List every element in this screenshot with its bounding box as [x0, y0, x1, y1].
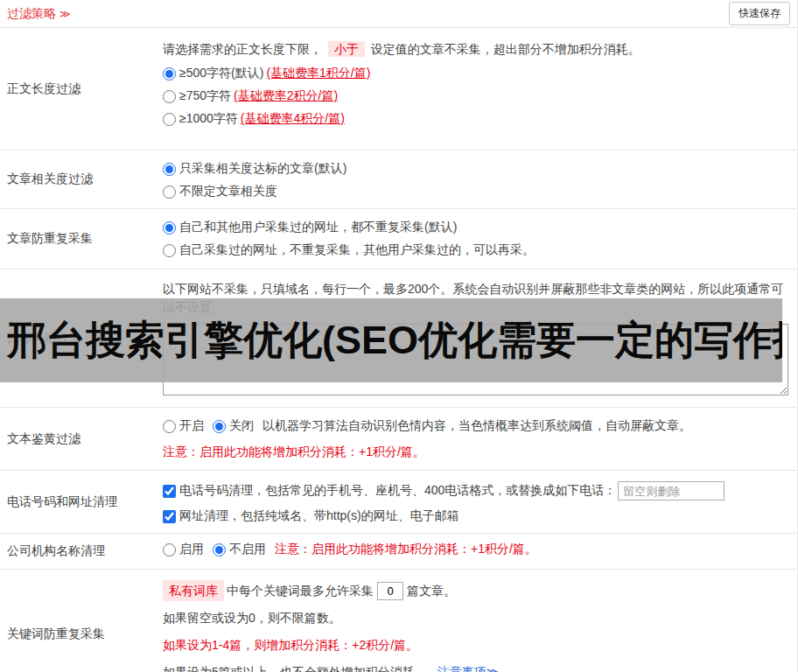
length-option-1000[interactable]: ≥1000字符 (基础费率4积分/篇) — [163, 111, 788, 127]
keyword-note-five: 如果设为5篇或以上，也不会额外增加积分消耗。 注意事项≫ — [163, 663, 788, 672]
porn-off-radio[interactable] — [213, 420, 226, 433]
page-title-group: 过滤策略 ≫ — [7, 6, 71, 22]
row-keyword-dedup: 关键词防重复采集 私有词库 中每个关键词最多允许采集 篇文章。 如果留空或设为0… — [0, 569, 797, 672]
company-on-radio[interactable] — [163, 543, 176, 556]
quick-save-button[interactable]: 快速保存 — [729, 2, 790, 25]
replacement-phone-input[interactable] — [618, 481, 724, 500]
relevance-filter-label: 文章相关度过滤 — [0, 150, 156, 208]
less-than-highlight: 小于 — [328, 41, 365, 57]
collapse-chevron-icon[interactable]: ≫ — [60, 8, 71, 20]
option-label: 开启 — [179, 418, 204, 434]
company-clean-content: 启用 不启用 注意：启用此功能将增加积分消耗：+1积分/篇。 — [156, 534, 797, 569]
dedup-self-radio[interactable] — [163, 244, 176, 257]
length-filter-label: 正文长度过滤 — [0, 28, 156, 150]
length-filter-content: 请选择需求的正文长度下限， 小于 设定值的文章不采集，超出部分不增加积分消耗。 … — [156, 28, 797, 150]
intro-text-post: 设定值的文章不采集，超出部分不增加积分消耗。 — [371, 42, 640, 56]
keyword-note-zero: 如果留空或设为0，则不限篇数。 — [163, 609, 788, 627]
phone-clean-option[interactable]: 电话号码清理，包括常见的手机号、座机号、400电话格式，或替换成如下电话： — [163, 483, 616, 499]
relevance-option-strict[interactable]: 只采集相关度达标的文章(默认) — [163, 161, 788, 177]
private-lexicon-highlight: 私有词库 — [163, 580, 224, 601]
company-clean-label: 公司机构名称清理 — [0, 534, 156, 569]
keyword-dedup-label: 关键词防重复采集 — [0, 570, 156, 672]
row-company-clean: 公司机构名称清理 启用 不启用 注意：启用此功能将增加积分消耗：+1积分/篇。 — [0, 534, 797, 569]
phone-url-clean-label: 电话号码和网址清理 — [0, 471, 156, 533]
relevance-option-any[interactable]: 不限定文章相关度 — [163, 184, 788, 200]
porn-filter-label: 文本鉴黄过滤 — [0, 408, 156, 470]
option-label: 不启用 — [229, 542, 266, 557]
option-label: 自己采集过的网址，不重复采集，其他用户采集过的，可以再采。 — [179, 242, 535, 258]
option-label: 启用 — [179, 542, 204, 557]
keyword-dedup-content: 私有词库 中每个关键词最多允许采集 篇文章。 如果留空或设为0，则不限篇数。 如… — [156, 570, 797, 672]
length-1000-radio[interactable] — [163, 113, 176, 126]
keyword-max-count-input[interactable] — [377, 582, 403, 600]
watermark-overlay: 邢台搜索引擎优化(SEO优化需要一定的写作技 — [0, 298, 782, 382]
porn-filter-desc: 以机器学习算法自动识别色情内容，当色情概率达到系统阈值，自动屏蔽文章。 — [262, 418, 691, 434]
option-label: 只采集相关度达标的文章(默认) — [179, 161, 346, 177]
page-title: 过滤策略 — [7, 6, 56, 22]
company-clean-on-option[interactable]: 启用 — [163, 542, 204, 557]
watermark-text: 邢台搜索引擎优化(SEO优化需要一定的写作技 — [0, 314, 782, 367]
dedup-option-all[interactable]: 自己和其他用户采集过的网址，都不重复采集(默认) — [163, 220, 788, 235]
length-750-radio[interactable] — [163, 90, 176, 103]
porn-option-on[interactable]: 开启 — [163, 418, 204, 434]
url-clean-checkbox[interactable] — [163, 510, 176, 523]
row-phone-url-clean: 电话号码和网址清理 电话号码清理，包括常见的手机号、座机号、400电话格式，或替… — [0, 471, 797, 534]
row-porn-filter: 文本鉴黄过滤 开启 关闭 以机器学习算法自动识别色情内容，当色情概率达到系统阈值… — [0, 408, 797, 471]
topbar: 过滤策略 ≫ 快速保存 — [0, 0, 797, 28]
porn-on-radio[interactable] — [163, 420, 176, 433]
option-fee-note: (基础费率4积分/篇) — [241, 111, 345, 127]
dedup-filter-content: 自己和其他用户采集过的网址，都不重复采集(默认) 自己采集过的网址，不重复采集，… — [156, 209, 797, 269]
row-relevance-filter: 文章相关度过滤 只采集相关度达标的文章(默认) 不限定文章相关度 — [0, 150, 797, 209]
dedup-option-self[interactable]: 自己采集过的网址，不重复采集，其他用户采集过的，可以再采。 — [163, 242, 788, 258]
option-label: 网址清理，包括纯域名、带http(s)的网址、电子邮箱 — [179, 508, 459, 524]
relevance-strict-radio[interactable] — [163, 163, 176, 176]
length-500-radio[interactable] — [163, 67, 176, 80]
url-clean-option[interactable]: 网址清理，包括纯域名、带http(s)的网址、电子邮箱 — [163, 508, 459, 524]
dedup-all-radio[interactable] — [163, 221, 176, 234]
keyword-limit-text-post: 篇文章。 — [407, 581, 456, 600]
phone-clean-checkbox[interactable] — [163, 485, 176, 498]
porn-filter-content: 开启 关闭 以机器学习算法自动识别色情内容，当色情概率达到系统阈值，自动屏蔽文章… — [156, 408, 797, 470]
keyword-limit-text: 中每个关键词最多允许采集 — [227, 581, 374, 600]
porn-filter-fee-note: 注意：启用此功能将增加积分消耗：+1积分/篇。 — [163, 444, 788, 460]
relevance-any-radio[interactable] — [163, 186, 176, 199]
company-clean-off-option[interactable]: 不启用 — [213, 542, 266, 557]
option-fee-note: (基础费率1积分/篇) — [266, 66, 370, 81]
porn-option-off[interactable]: 关闭 — [213, 418, 254, 434]
length-option-500[interactable]: ≥500字符(默认) (基础费率1积分/篇) — [163, 66, 788, 81]
phone-url-clean-content: 电话号码清理，包括常见的手机号、座机号、400电话格式，或替换成如下电话： 网址… — [156, 471, 797, 533]
option-label: 电话号码清理，包括常见的手机号、座机号、400电话格式，或替换成如下电话： — [179, 483, 616, 499]
option-label: ≥1000字符 — [179, 111, 238, 127]
company-off-radio[interactable] — [213, 543, 226, 556]
dedup-filter-label: 文章防重复采集 — [0, 209, 156, 269]
option-label: 不限定文章相关度 — [179, 184, 277, 200]
option-label: 自己和其他用户采集过的网址，都不重复采集(默认) — [179, 220, 457, 235]
notice-link[interactable]: 注意事项≫ — [438, 665, 500, 672]
intro-text-pre: 请选择需求的正文长度下限， — [163, 42, 322, 56]
company-clean-fee-note: 注意：启用此功能将增加积分消耗：+1积分/篇。 — [275, 542, 537, 557]
length-option-750[interactable]: ≥750字符 (基础费率2积分/篇) — [163, 88, 788, 104]
row-length-filter: 正文长度过滤 请选择需求的正文长度下限， 小于 设定值的文章不采集，超出部分不增… — [0, 28, 797, 150]
relevance-filter-content: 只采集相关度达标的文章(默认) 不限定文章相关度 — [156, 150, 797, 208]
option-label: ≥750字符 — [179, 88, 231, 104]
keyword-limit-line: 私有词库 中每个关键词最多允许采集 篇文章。 — [163, 580, 788, 601]
row-dedup-filter: 文章防重复采集 自己和其他用户采集过的网址，都不重复采集(默认) 自己采集过的网… — [0, 209, 797, 270]
keyword-note-five-text: 如果设为5篇或以上，也不会额外增加积分消耗。 — [163, 665, 427, 672]
keyword-note-fee: 如果设为1-4篇，则增加积分消耗：+2积分/篇。 — [163, 636, 788, 654]
option-label: 关闭 — [229, 418, 254, 434]
option-fee-note: (基础费率2积分/篇) — [234, 88, 338, 104]
option-label: ≥500字符(默认) — [179, 66, 263, 81]
length-filter-intro: 请选择需求的正文长度下限， 小于 设定值的文章不采集，超出部分不增加积分消耗。 — [163, 40, 788, 59]
